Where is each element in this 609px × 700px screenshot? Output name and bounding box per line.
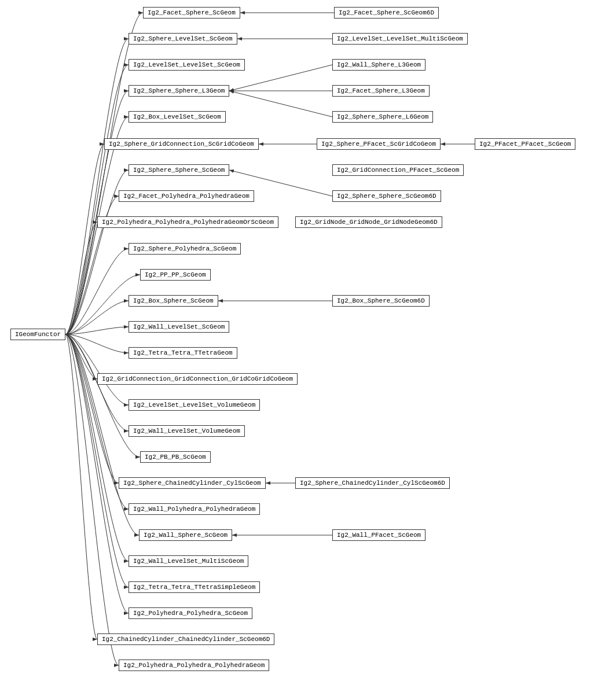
node-Ig2_Facet_Sphere_ScGeom6D[interactable]: Ig2_Facet_Sphere_ScGeom6D xyxy=(334,7,439,19)
node-Ig2_LevelSet_LevelSet_MultiScGeom[interactable]: Ig2_LevelSet_LevelSet_MultiScGeom xyxy=(332,33,468,45)
node-Ig2_GridNode_GridNode_GridNodeGeom6D[interactable]: Ig2_GridNode_GridNode_GridNodeGeom6D xyxy=(295,216,442,228)
node-Ig2_Sphere_Sphere_ScGeom6D[interactable]: Ig2_Sphere_Sphere_ScGeom6D xyxy=(332,190,441,202)
node-Ig2_LevelSet_LevelSet_ScGeom[interactable]: Ig2_LevelSet_LevelSet_ScGeom xyxy=(129,59,245,71)
node-Ig2_Polyhedra_Polyhedra_PolyhedraGeom[interactable]: Ig2_Polyhedra_Polyhedra_PolyhedraGeom xyxy=(119,660,269,671)
node-Ig2_Tetra_Tetra_TTetraSimpleGeom[interactable]: Ig2_Tetra_Tetra_TTetraSimpleGeom xyxy=(129,581,260,593)
node-Ig2_Wall_Polyhedra_PolyhedraGeom[interactable]: Ig2_Wall_Polyhedra_PolyhedraGeom xyxy=(129,503,260,515)
node-Ig2_Polyhedra_Polyhedra_PolyhedraGeomOrScGeom[interactable]: Ig2_Polyhedra_Polyhedra_PolyhedraGeomOrS… xyxy=(97,216,278,228)
node-Ig2_PP_PP_ScGeom[interactable]: Ig2_PP_PP_ScGeom xyxy=(140,269,211,281)
node-Ig2_Wall_LevelSet_VolumeGeom[interactable]: Ig2_Wall_LevelSet_VolumeGeom xyxy=(129,425,245,437)
node-Ig2_Sphere_Sphere_L6Geom[interactable]: Ig2_Sphere_Sphere_L6Geom xyxy=(332,111,433,123)
node-Ig2_Wall_Sphere_ScGeom[interactable]: Ig2_Wall_Sphere_ScGeom xyxy=(139,529,232,541)
node-Ig2_Sphere_ChainedCylinder_CylScGeom[interactable]: Ig2_Sphere_ChainedCylinder_CylScGeom xyxy=(119,477,266,489)
node-Ig2_Box_Sphere_ScGeom[interactable]: Ig2_Box_Sphere_ScGeom xyxy=(129,295,218,307)
node-Ig2_Sphere_Sphere_L3Geom[interactable]: Ig2_Sphere_Sphere_L3Geom xyxy=(129,85,229,97)
node-Ig2_PFacet_PFacet_ScGeom[interactable]: Ig2_PFacet_PFacet_ScGeom xyxy=(475,138,575,150)
node-IGeomFunctor[interactable]: IGeomFunctor xyxy=(10,329,65,340)
node-Ig2_Sphere_GridConnection_ScGridCoGeom[interactable]: Ig2_Sphere_GridConnection_ScGridCoGeom xyxy=(104,138,259,150)
node-Ig2_Sphere_PFacet_ScGridCoGeom[interactable]: Ig2_Sphere_PFacet_ScGridCoGeom xyxy=(317,138,441,150)
node-Ig2_Wall_LevelSet_ScGeom[interactable]: Ig2_Wall_LevelSet_ScGeom xyxy=(129,321,229,333)
node-Ig2_Wall_PFacet_ScGeom[interactable]: Ig2_Wall_PFacet_ScGeom xyxy=(332,529,425,541)
node-Ig2_PB_PB_ScGeom[interactable]: Ig2_PB_PB_ScGeom xyxy=(140,451,211,463)
node-Ig2_Sphere_Polyhedra_ScGeom[interactable]: Ig2_Sphere_Polyhedra_ScGeom xyxy=(129,243,241,255)
node-Ig2_Facet_Sphere_ScGeom[interactable]: Ig2_Facet_Sphere_ScGeom xyxy=(143,7,240,19)
node-Ig2_GridConnection_GridConnection_GridCoGridCoGeom[interactable]: Ig2_GridConnection_GridConnection_GridCo… xyxy=(97,373,298,385)
node-Ig2_LevelSet_LevelSet_VolumeGeom[interactable]: Ig2_LevelSet_LevelSet_VolumeGeom xyxy=(129,399,260,411)
connections-svg xyxy=(0,0,609,700)
node-Ig2_Sphere_Sphere_ScGeom[interactable]: Ig2_Sphere_Sphere_ScGeom xyxy=(129,164,229,176)
node-Ig2_Facet_Sphere_L3Geom[interactable]: Ig2_Facet_Sphere_L3Geom xyxy=(332,85,430,97)
node-Ig2_Sphere_ChainedCylinder_CylScGeom6D[interactable]: Ig2_Sphere_ChainedCylinder_CylScGeom6D xyxy=(295,477,450,489)
diagram-canvas: IGeomFunctorIg2_Facet_Sphere_ScGeomIg2_F… xyxy=(0,0,609,700)
node-Ig2_Wall_Sphere_L3Geom[interactable]: Ig2_Wall_Sphere_L3Geom xyxy=(332,59,425,71)
node-Ig2_Facet_Polyhedra_PolyhedraGeom[interactable]: Ig2_Facet_Polyhedra_PolyhedraGeom xyxy=(119,190,254,202)
node-Ig2_GridConnection_PFacet_ScGeom[interactable]: Ig2_GridConnection_PFacet_ScGeom xyxy=(332,164,464,176)
node-Ig2_Polyhedra_Polyhedra_ScGeom[interactable]: Ig2_Polyhedra_Polyhedra_ScGeom xyxy=(129,607,252,619)
node-Ig2_Box_Sphere_ScGeom6D[interactable]: Ig2_Box_Sphere_ScGeom6D xyxy=(332,295,430,307)
node-Ig2_ChainedCylinder_ChainedCylinder_ScGeom6D[interactable]: Ig2_ChainedCylinder_ChainedCylinder_ScGe… xyxy=(97,633,274,645)
node-Ig2_Box_LevelSet_ScGeom[interactable]: Ig2_Box_LevelSet_ScGeom xyxy=(129,111,226,123)
node-Ig2_Wall_LevelSet_MultiScGeom[interactable]: Ig2_Wall_LevelSet_MultiScGeom xyxy=(129,555,248,567)
node-Ig2_Tetra_Tetra_TTetraGeom[interactable]: Ig2_Tetra_Tetra_TTetraGeom xyxy=(129,347,237,359)
node-Ig2_Sphere_LevelSet_ScGeom[interactable]: Ig2_Sphere_LevelSet_ScGeom xyxy=(129,33,237,45)
